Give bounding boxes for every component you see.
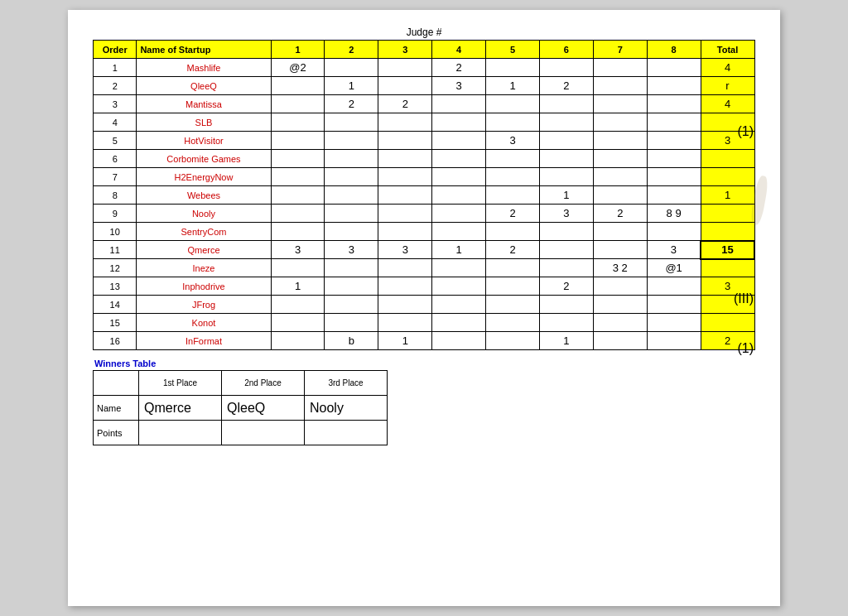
table-row: 6Corbomite Games <box>94 150 755 168</box>
table-row: 11Qmerce33312315 <box>94 241 755 259</box>
table-row: 1Mashlife@224 <box>94 59 755 77</box>
startup-name: Inphodrive <box>137 277 271 296</box>
main-table: Order Name of Startup 1 2 3 4 5 6 7 8 To… <box>93 40 755 350</box>
startup-name: QleeQ <box>137 77 271 95</box>
total-cell: 4 <box>701 95 754 113</box>
side-note-1: (1) <box>737 124 754 139</box>
winner-3-points <box>305 421 388 445</box>
header-j6: 6 <box>539 41 593 59</box>
winners-name-row: Name Qmerce QleeQ Nooly <box>94 396 388 421</box>
winners-header-row: 1st Place 2nd Place 3rd Place <box>94 371 388 396</box>
startup-name: InFormat <box>137 332 271 350</box>
header-j2: 2 <box>325 41 378 59</box>
table-row: 12Ineze3 2@1 <box>94 259 755 277</box>
winners-label: Winners Table <box>93 359 388 368</box>
startup-name: Nooly <box>137 205 271 223</box>
winner-2-points <box>222 421 305 445</box>
startup-name: SLB <box>137 113 271 132</box>
table-row: 5HotVisitor33 <box>94 132 755 150</box>
header-total: Total <box>701 41 754 59</box>
total-cell <box>701 223 754 241</box>
winners-table: 1st Place 2nd Place 3rd Place Name Qmerc… <box>93 370 388 445</box>
startup-name: Qmerce <box>137 241 271 259</box>
startup-name: JFrog <box>137 296 271 314</box>
table-row: 15Konot <box>94 314 755 332</box>
winner-1-name: Qmerce <box>139 396 222 421</box>
table-row: 16InFormatb112 <box>94 332 755 350</box>
page: Judge # Order Name of Startup 1 2 3 4 5 … <box>68 10 780 606</box>
total-cell: 4 <box>701 59 754 77</box>
name-label: Name <box>94 396 139 421</box>
place-1st: 1st Place <box>139 371 222 396</box>
startup-name: Mantissa <box>137 95 271 113</box>
header-order: Order <box>94 41 137 59</box>
header-j8: 8 <box>647 41 701 59</box>
startup-name: HotVisitor <box>137 132 271 150</box>
table-row: 10SentryCom <box>94 223 755 241</box>
header-name: Name of Startup <box>137 41 271 59</box>
table-row: 8Webees11 <box>94 186 755 205</box>
startup-name: Corbomite Games <box>137 150 271 168</box>
startup-name: SentryCom <box>137 223 271 241</box>
startup-name: Webees <box>137 186 271 205</box>
empty-cell <box>94 371 139 396</box>
table-row: 13Inphodrive123 <box>94 277 755 296</box>
header-j1: 1 <box>271 41 325 59</box>
table-row: 4SLB <box>94 113 755 132</box>
table-header-row: Order Name of Startup 1 2 3 4 5 6 7 8 To… <box>94 41 755 59</box>
table-row: 9Nooly2328 9 <box>94 205 755 223</box>
total-cell <box>701 314 754 332</box>
table-row: 3Mantissa224 <box>94 95 755 113</box>
header-j4: 4 <box>432 41 486 59</box>
total-cell: 15 <box>701 241 754 259</box>
judge-label: Judge # <box>93 26 755 38</box>
header-j7: 7 <box>593 41 647 59</box>
winners-section: Winners Table 1st Place 2nd Place 3rd Pl… <box>93 359 388 445</box>
table-row: 2QleeQ1312r <box>94 77 755 95</box>
startup-name: Konot <box>137 314 271 332</box>
startup-name: Ineze <box>137 259 271 277</box>
winners-points-row: Points <box>94 421 388 445</box>
total-cell <box>701 150 754 168</box>
header-j3: 3 <box>378 41 432 59</box>
header-j5: 5 <box>486 41 540 59</box>
side-note-2: (III) <box>734 291 754 306</box>
total-cell <box>701 168 754 186</box>
total-cell <box>701 259 754 277</box>
total-cell <box>701 205 754 223</box>
startup-name: H2EnergyNow <box>137 168 271 186</box>
total-cell: 1 <box>701 186 754 205</box>
winner-3-name: Nooly <box>305 396 388 421</box>
winner-2-name: QleeQ <box>222 396 305 421</box>
startup-name: Mashlife <box>137 59 271 77</box>
total-cell: r <box>701 77 754 95</box>
side-note-3: (1) <box>737 341 754 356</box>
winner-1-points <box>139 421 222 445</box>
table-row: 14JFrog <box>94 296 755 314</box>
table-row: 7H2EnergyNow <box>94 168 755 186</box>
points-label: Points <box>94 421 139 445</box>
place-3rd: 3rd Place <box>305 371 388 396</box>
place-2nd: 2nd Place <box>222 371 305 396</box>
